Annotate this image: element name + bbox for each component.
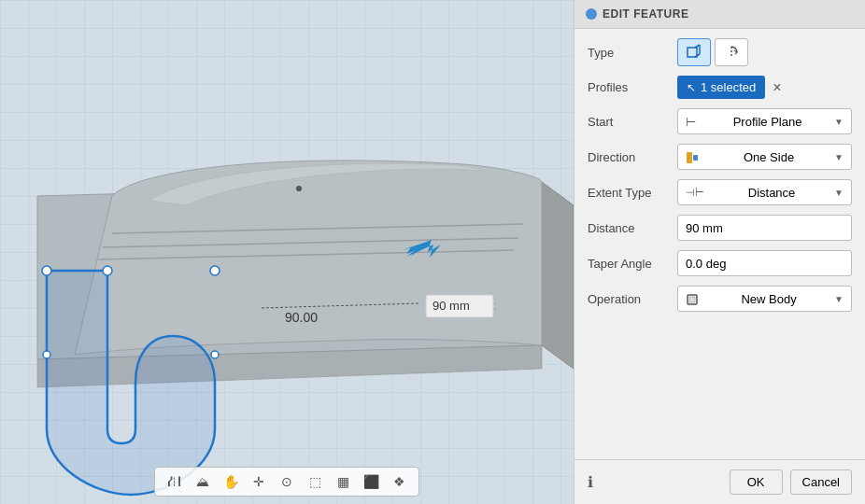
extent-type-row: Extent Type ⊣⊢ Distance ▼ (588, 179, 852, 205)
operation-control: New Body ▼ (677, 286, 852, 312)
distance-row: Distance (588, 215, 852, 241)
svg-text:90.00: 90.00 (285, 310, 318, 325)
cancel-button[interactable]: Cancel (790, 469, 852, 495)
toolbar-icon-6[interactable]: ⬚ (305, 471, 325, 492)
3d-viewport[interactable]: 90.00 90 mm ⋮ ⛙ ⛰ ✋ ✛ ⊙ ⬚ ▦ ⬛ ❖ (0, 0, 574, 504)
panel-footer: ℹ OK Cancel (574, 459, 865, 504)
start-dropdown-arrow: ▼ (834, 117, 844, 127)
panel-header-title: EDIT FEATURE (603, 7, 688, 21)
operation-value: New Body (741, 292, 796, 306)
type-label: Type (588, 46, 670, 60)
operation-dropdown[interactable]: New Body ▼ (677, 286, 852, 312)
panel-body: Type (574, 29, 865, 459)
svg-rect-29 (689, 297, 695, 302)
svg-marker-3 (542, 182, 574, 369)
svg-point-20 (296, 186, 302, 191)
start-control: ⊢ Profile Plane ▼ (677, 108, 852, 134)
direction-row: Direction One Side ▼ (588, 144, 852, 170)
bottom-toolbar: ⛙ ⛰ ✋ ✛ ⊙ ⬚ ▦ ⬛ ❖ (154, 467, 419, 497)
direction-icon (686, 149, 699, 164)
edit-feature-panel: EDIT FEATURE Type (574, 0, 865, 504)
toolbar-icon-7[interactable]: ▦ (333, 471, 353, 492)
start-icon: ⊢ (686, 115, 696, 129)
svg-rect-21 (688, 48, 697, 57)
svg-text:90 mm: 90 mm (432, 299, 470, 313)
extent-type-control: ⊣⊢ Distance ▼ (677, 179, 852, 205)
operation-dropdown-arrow: ▼ (834, 294, 844, 304)
toolbar-icon-4[interactable]: ✛ (248, 471, 269, 492)
distance-control (677, 215, 852, 241)
3d-scene-svg: 90.00 90 mm ⋮ (0, 0, 574, 504)
toolbar-icon-8[interactable]: ⬛ (361, 471, 381, 492)
svg-point-10 (210, 266, 220, 275)
start-dropdown[interactable]: ⊢ Profile Plane ▼ (677, 108, 852, 134)
extent-type-icon: ⊣⊢ (686, 187, 704, 199)
direction-control: One Side ▼ (677, 144, 852, 170)
panel-header: EDIT FEATURE (574, 0, 865, 29)
cursor-icon: ↖ (687, 81, 696, 94)
extrude-type-icon (686, 44, 702, 61)
taper-label: Taper Angle (588, 257, 670, 271)
profiles-row: Profiles ↖ 1 selected × (588, 76, 852, 99)
distance-label: Distance (588, 221, 670, 235)
operation-row: Operation New Body ▼ (588, 286, 852, 312)
profiles-clear-button[interactable]: × (769, 77, 785, 98)
toolbar-icon-2[interactable]: ⛰ (192, 471, 213, 492)
info-icon: ℹ (588, 473, 722, 491)
type-button-1[interactable] (677, 38, 711, 66)
direction-value: One Side (744, 150, 794, 164)
extent-type-dropdown[interactable]: ⊣⊢ Distance ▼ (677, 179, 852, 205)
start-value: Profile Plane (733, 115, 802, 129)
direction-dropdown[interactable]: One Side ▼ (677, 144, 852, 170)
profiles-selected-text: 1 selected (701, 80, 756, 94)
distance-input[interactable] (677, 215, 852, 241)
type-button-2[interactable] (715, 38, 748, 66)
panel-header-icon (586, 8, 597, 20)
revolve-type-icon (723, 44, 740, 61)
profiles-selected-button[interactable]: ↖ 1 selected (677, 76, 765, 99)
operation-label: Operation (588, 292, 670, 306)
svg-point-11 (43, 351, 50, 358)
svg-rect-26 (687, 152, 692, 163)
start-label: Start (588, 115, 670, 129)
extent-type-label: Extent Type (588, 186, 670, 200)
operation-icon (686, 291, 699, 306)
direction-label: Direction (588, 150, 670, 164)
svg-point-8 (42, 266, 51, 275)
svg-text:⋮: ⋮ (488, 296, 503, 312)
start-row: Start ⊢ Profile Plane ▼ (588, 108, 852, 134)
taper-control (677, 250, 852, 276)
svg-point-9 (103, 266, 112, 275)
taper-row: Taper Angle (588, 250, 852, 276)
toolbar-icon-9[interactable]: ❖ (389, 471, 409, 492)
svg-rect-27 (693, 155, 698, 161)
profiles-label: Profiles (588, 80, 670, 94)
extent-type-value: Distance (748, 186, 796, 200)
type-row: Type (588, 38, 852, 66)
toolbar-icon-5[interactable]: ⊙ (277, 471, 297, 492)
toolbar-icon-3[interactable]: ✋ (220, 471, 241, 492)
svg-point-12 (211, 351, 219, 358)
extent-type-dropdown-arrow: ▼ (834, 188, 844, 198)
direction-dropdown-arrow: ▼ (834, 152, 844, 162)
taper-input[interactable] (677, 250, 852, 276)
type-control (677, 38, 852, 66)
toolbar-icon-1[interactable]: ⛙ (164, 471, 185, 492)
ok-button[interactable]: OK (730, 469, 783, 495)
profiles-control: ↖ 1 selected × (677, 76, 852, 99)
